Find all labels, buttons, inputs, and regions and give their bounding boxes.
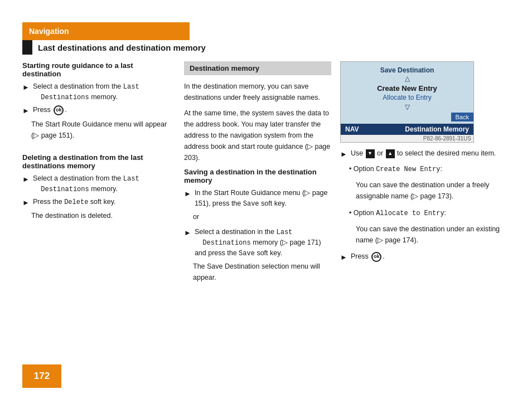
option-1-text: You can save the destination under a fre…: [356, 179, 510, 202]
middle-or-text: or: [193, 211, 331, 222]
nav-ui-back-button[interactable]: Back: [451, 113, 473, 121]
option-2-mono: Allocate to Entry: [376, 210, 444, 217]
middle-bullet-1: ► In the Start Route Guidance menu (▷ pa…: [184, 188, 331, 209]
nav-ui-nav-label: NAV: [345, 125, 359, 133]
right-bullet-press-text: Press ok.: [351, 251, 385, 262]
nav-ui-triangle-down: ▽: [341, 104, 473, 110]
bullet-arrow-3: ►: [22, 174, 30, 185]
nav-ui-triangle-up: △: [341, 75, 473, 82]
ok-icon-2: ok: [371, 252, 381, 262]
section-title: Last destinations and destination memory: [38, 43, 206, 52]
option-1-mono: Create New Entry: [376, 166, 440, 173]
left-bullet-1: ► Select a destination from the Last Des…: [22, 81, 173, 103]
left-bullet-3-text: Select a destination from the Last Desti…: [33, 173, 139, 194]
left-bullet-2: ► Press ok.: [22, 105, 173, 116]
left-bullet-1-text: Select a destination from the Last Desti…: [33, 81, 139, 103]
middle-heading-save: Saving a destination in the destination …: [184, 168, 331, 184]
option-2-block: • Option Allocate to Entry: You can save…: [349, 207, 510, 246]
middle-mono-save2: Save: [239, 250, 255, 257]
nav-ui-save-dest-label: Save Destination: [341, 66, 473, 74]
left-mono-delete: Delete: [64, 198, 88, 206]
bullet-arrow-m2: ►: [184, 227, 191, 239]
nav-up-btn: ▲: [386, 149, 395, 158]
ok-icon-1: ok: [54, 105, 64, 115]
option-1-label: • Option Create New Entry:: [349, 163, 510, 175]
bullet-arrow-4: ►: [22, 197, 30, 208]
nav-ui-dest-memory-label: Destination Memory: [405, 125, 469, 133]
nav-down-btn: ▼: [366, 149, 375, 158]
bullet-arrow-1: ►: [22, 82, 30, 93]
main-content: Starting route guidance to a last destin…: [22, 61, 510, 354]
nav-ui-caption: P82-86-2891-31US: [341, 135, 473, 142]
middle-bullet-1-text: In the Start Route Guidance menu (▷ page…: [195, 188, 331, 209]
middle-hint-1: The Save Destination selection menu will…: [193, 261, 331, 283]
nav-ui-create-new-label: Create New Entry: [341, 84, 473, 93]
middle-para-1: In the destination memory, you can save …: [184, 81, 331, 103]
right-column: Save Destination △ Create New Entry Allo…: [340, 61, 510, 354]
left-mono-2: Last Destinations: [33, 175, 139, 193]
nav-header-title: Navigation: [29, 27, 69, 36]
nav-ui-allocate-label: Allocate to Entry: [341, 94, 473, 101]
nav-header: Navigation: [22, 22, 190, 40]
left-heading-1: Starting route guidance to a last destin…: [22, 61, 173, 78]
left-hint-2: The destination is deleted.: [31, 210, 173, 221]
page-number: 172: [34, 371, 50, 382]
option-2-text: You can save the destination under an ex…: [356, 223, 510, 246]
right-bullet-1-text: Use ▼ or ▲ to select the desired menu it…: [351, 148, 496, 159]
left-bullet-2-text: Press ok.: [33, 105, 67, 115]
right-arrow-press: ►: [340, 252, 347, 263]
left-bullet-3: ► Select a destination from the Last Des…: [22, 173, 173, 194]
left-bullet-4-text: Press the Delete soft key.: [33, 197, 116, 207]
middle-hint-1-text: The Save Destination selection menu will…: [193, 261, 331, 283]
option-2-label: • Option Allocate to Entry:: [349, 207, 510, 219]
middle-mono-last: Last Destinations: [195, 228, 292, 247]
middle-mono-save1: Save: [243, 200, 259, 208]
middle-para-2: At the same time, the system saves the d…: [184, 108, 331, 163]
page-number-box: 172: [22, 364, 61, 388]
section-bar: Last destinations and destination memory: [22, 40, 510, 55]
left-column: Starting route guidance to a last destin…: [22, 61, 184, 354]
nav-ui-back-bar: Back: [341, 113, 473, 121]
dest-memory-header: Destination memory: [184, 61, 331, 75]
right-arrow-1: ►: [340, 149, 347, 160]
right-bullet-1: ► Use ▼ or ▲ to select the desired menu …: [340, 148, 510, 160]
left-hint-1: The Start Route Guidance menu will appea…: [31, 119, 173, 141]
middle-bullet-2-text: Select a destination in the Last Destina…: [195, 227, 331, 259]
left-hint-1-text: The Start Route Guidance menu will appea…: [31, 119, 173, 141]
middle-bullet-2: ► Select a destination in the Last Desti…: [184, 227, 331, 259]
middle-column: Destination memory In the destination me…: [184, 61, 340, 354]
left-mono-1: Last Destinations: [33, 83, 139, 101]
left-heading-2: Deleting a destination from the last des…: [22, 153, 173, 170]
left-bullet-4: ► Press the Delete soft key.: [22, 197, 173, 208]
nav-ui-screenshot: Save Destination △ Create New Entry Allo…: [340, 61, 474, 143]
bullet-arrow-2: ►: [22, 105, 30, 116]
nav-ui-inner: Save Destination △ Create New Entry Allo…: [341, 62, 473, 124]
right-bullet-press: ► Press ok.: [340, 251, 510, 263]
section-bar-block: [22, 40, 32, 55]
bullet-arrow-m1: ►: [184, 188, 191, 199]
left-hint-2-text: The destination is deleted.: [31, 210, 173, 221]
nav-ui-bottom-bar: NAV Destination Memory: [341, 124, 473, 135]
option-1-block: • Option Create New Entry: You can save …: [349, 163, 510, 202]
